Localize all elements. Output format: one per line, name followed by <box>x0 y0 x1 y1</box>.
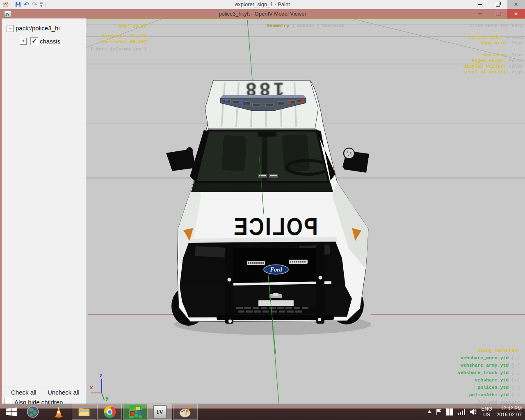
axis-z-label: z <box>99 373 103 379</box>
remove-texture-button[interactable]: [-] <box>511 385 520 390</box>
start-button[interactable] <box>2 404 21 420</box>
model-viewport-canvas[interactable]: 188 <box>86 19 525 404</box>
textures-header: Using textures: <box>458 347 520 354</box>
vlc-cone-icon <box>52 406 65 418</box>
setting-row: Display Points:False <box>463 64 523 69</box>
date: 2016-02-07 <box>497 412 522 418</box>
paint-window-titlebar: ↶ ↷ ═▾ explorer_sign_1 - Paint ✕ <box>0 0 525 9</box>
setting-row: Level of Detail:High <box>463 69 523 75</box>
axis-indicator: z x y <box>90 373 109 401</box>
axis-x-label: x <box>90 385 93 391</box>
viewport-settings-overlay: Click here for help Camera mode:Around S… <box>463 23 523 75</box>
spotlight <box>344 148 354 159</box>
taskbar-openiv[interactable]: IV <box>148 404 172 420</box>
tab-geometry[interactable]: Geometry <box>267 23 289 28</box>
paint-palette-icon <box>179 406 192 418</box>
collapse-expander[interactable]: − <box>7 25 14 32</box>
remove-texture-button[interactable]: [-] <box>511 370 520 375</box>
openiv-minimize-button[interactable] <box>471 9 489 18</box>
texture-item: vehshare_truck.ytd[-] <box>458 369 520 377</box>
tree-node-label[interactable]: chassis <box>40 38 60 45</box>
system-tray: ENG US 12:42 PM 2016-02-07 <box>427 404 522 420</box>
paint-close-button[interactable]: ✕ <box>507 0 525 9</box>
remove-texture-button[interactable]: [-] <box>511 392 520 397</box>
chassis-checkbox[interactable]: ✓ <box>30 37 38 45</box>
close-icon: ✕ <box>514 11 518 16</box>
divider <box>2 386 86 386</box>
openiv-maximize-button[interactable] <box>489 9 507 18</box>
texture-item: police3+hi.ytd[-] <box>458 391 520 399</box>
time: 12:42 PM <box>497 406 522 412</box>
setting-row: Edged Faces:False <box>463 58 523 64</box>
file-explorer-icon <box>78 406 90 418</box>
expand-expander[interactable]: + <box>20 38 27 45</box>
remove-texture-button[interactable]: [-] <box>511 355 520 361</box>
paint-window-title: explorer_sign_1 - Paint <box>0 1 525 7</box>
taskbar-vlc-app[interactable] <box>51 404 66 420</box>
model-tree-panel: − pack:/police3_hi + ✓ chassis Check all… <box>2 18 86 404</box>
polygons-value: Polygons: 70,670 <box>86 33 147 39</box>
taskbar-openiv-package[interactable] <box>123 404 148 420</box>
texture-item: police3.ytd[-] <box>458 384 520 391</box>
hood-police-text: POLICE <box>233 213 318 240</box>
front-bumper <box>180 286 352 317</box>
svg-text:Ford: Ford <box>270 267 283 273</box>
clock[interactable]: 12:42 PM 2016-02-07 <box>497 406 522 418</box>
openiv-window-title: police3_hi.yft - OpenIV Model Viewer <box>0 11 525 17</box>
restore-icon <box>496 3 500 7</box>
paint-restore-button[interactable] <box>489 0 507 9</box>
action-center-flag-icon[interactable] <box>436 409 442 415</box>
police-car-model: 188 <box>166 79 371 354</box>
model-viewport[interactable]: 188 <box>86 18 525 404</box>
taskbar-globe-app[interactable] <box>25 404 40 420</box>
blocks-icon <box>129 405 142 418</box>
setting-row: Camera mode:Around <box>463 34 523 40</box>
language-indicator[interactable]: ENG US <box>482 406 492 418</box>
windows-logo-icon <box>6 406 17 417</box>
remove-texture-button[interactable]: [-] <box>511 377 520 383</box>
viewport-tabs: Geometry|Bounds|Skeleton <box>86 23 525 28</box>
network-signal-icon[interactable] <box>458 409 465 415</box>
minimize-icon <box>478 14 482 14</box>
texture-item: vehshare_army.ytd[-] <box>458 362 520 369</box>
more-information-link[interactable]: [ More information ] <box>86 46 147 52</box>
taskbar-chrome[interactable] <box>97 404 122 420</box>
chrome-icon <box>104 406 116 418</box>
show-hidden-icons-chevron[interactable] <box>427 410 431 413</box>
textures-overlay: Using textures: vehshare_worn.ytd[-] veh… <box>458 347 520 406</box>
volume-icon[interactable] <box>470 409 477 415</box>
maximize-icon <box>496 12 500 16</box>
tab-bounds[interactable]: Bounds <box>297 23 314 28</box>
tree-root-label[interactable]: pack:/police3_hi <box>16 25 60 32</box>
minimize-icon <box>478 4 482 5</box>
uncheck-all-button[interactable]: Uncheck all <box>48 389 80 396</box>
windows-update-tray-icon[interactable] <box>446 409 453 415</box>
taskbar: IV <box>0 404 525 420</box>
texture-item: vehshare_worn.ytd[-] <box>458 354 520 362</box>
texture-item: vehshare.ytd[-] <box>458 377 520 384</box>
tab-skeleton[interactable]: Skeleton <box>322 23 345 28</box>
close-icon: ✕ <box>514 2 518 7</box>
vertices-value: Vertices: 68,297 <box>86 39 147 45</box>
paint-minimize-button[interactable] <box>471 0 489 9</box>
openiv-titlebar: IV police3_hi.yft - OpenIV Model Viewer … <box>0 9 525 18</box>
taskbar-paint[interactable] <box>173 404 198 420</box>
check-all-button[interactable]: Check all <box>11 389 37 396</box>
axis-y-label: y <box>105 395 109 401</box>
taskbar-file-explorer[interactable] <box>72 404 96 420</box>
help-link[interactable]: Click here for help <box>463 23 523 29</box>
openiv-icon: IV <box>153 405 167 418</box>
setting-row: Show grid:True <box>463 40 523 46</box>
openiv-window-body: − pack:/police3_hi + ✓ chassis Check all… <box>0 18 525 404</box>
openiv-close-button[interactable]: ✕ <box>507 9 525 18</box>
setting-row: Geometry:True <box>463 52 523 58</box>
globe-icon <box>27 406 39 418</box>
remove-texture-button[interactable]: [-] <box>511 363 520 368</box>
desktop: ↶ ↷ ═▾ explorer_sign_1 - Paint ✕ IV poli… <box>0 0 525 420</box>
